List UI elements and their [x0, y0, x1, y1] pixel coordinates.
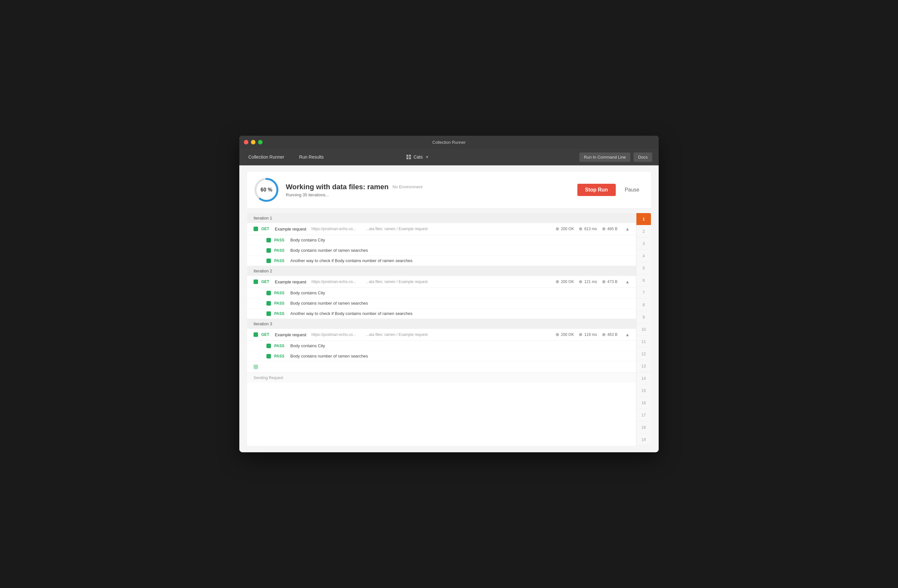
run-title-text: Working with data files: ramen: [286, 183, 389, 191]
sidebar-num-3[interactable]: 3: [637, 238, 651, 250]
req-stats: 200 OK 613 ms 465 B ▲: [556, 226, 630, 232]
sidebar-num-6[interactable]: 6: [637, 274, 651, 287]
run-info: Working with data files: ramen No Enviro…: [286, 183, 577, 197]
tab-run-results[interactable]: Run Results: [297, 152, 326, 161]
time-text: 121 ms: [584, 279, 597, 284]
req-path: ...ata files: ramen / Example request: [366, 332, 428, 337]
fullscreen-button[interactable]: [258, 140, 263, 144]
run-title: Working with data files: ramen No Enviro…: [286, 183, 577, 191]
nav-center: Cats ▼: [406, 154, 429, 160]
iteration-header-1: Iteration 1: [247, 213, 636, 223]
sidebar-num-19[interactable]: 19: [637, 434, 651, 446]
test-indicator: [266, 312, 271, 316]
size-dot: [602, 280, 606, 283]
app-window: Collection Runner Collection Runner Run …: [239, 136, 659, 452]
sidebar-num-14[interactable]: 14: [637, 372, 651, 385]
title-bar: Collection Runner: [239, 136, 659, 149]
req-name: Example request: [275, 227, 306, 232]
req-name: Example request: [275, 279, 306, 284]
request-row: GET Example request https://postman-echo…: [247, 276, 636, 288]
docs-button[interactable]: Docs: [634, 152, 652, 162]
collapse-icon[interactable]: ▲: [625, 279, 630, 284]
size-dot: [602, 333, 606, 336]
progress-text: 60 %: [261, 187, 272, 193]
nav-right: Run In Command Line Docs: [579, 152, 652, 162]
test-indicator: [266, 258, 271, 263]
sidebar-num-7[interactable]: 7: [637, 287, 651, 299]
stat-size: 465 B: [602, 227, 617, 231]
test-indicator: [266, 344, 271, 348]
run-subtitle: Running 35 iterations...: [286, 192, 577, 197]
stat-size: 473 B: [602, 279, 617, 284]
sidebar-num-13[interactable]: 13: [637, 360, 651, 372]
request-row-partial: [247, 361, 636, 373]
status-text: 200 OK: [561, 332, 574, 337]
stat-size: 463 B: [602, 332, 617, 337]
sidebar-numbers: 12345678910111213141516171819: [636, 213, 651, 446]
close-button[interactable]: [244, 140, 248, 144]
sidebar-num-12[interactable]: 12: [637, 348, 651, 360]
test-name: Body contains number of ramen searches: [290, 354, 368, 358]
req-status-indicator: [254, 365, 258, 369]
test-status: PASS: [274, 344, 287, 348]
sidebar-num-15[interactable]: 15: [637, 385, 651, 397]
status-dot: [556, 227, 559, 230]
time-text: 613 ms: [584, 227, 597, 231]
status-dot: [556, 333, 559, 336]
results-list[interactable]: Iteration 1 GET Example request https://…: [247, 213, 636, 407]
test-name: Body contains City: [290, 290, 325, 295]
size-dot: [602, 227, 606, 230]
nav-bar: Collection Runner Run Results Cats ▼ Run…: [239, 149, 659, 165]
tab-collection-runner[interactable]: Collection Runner: [246, 152, 287, 161]
collection-name-label: Cats: [414, 154, 423, 160]
progress-ring: 60 %: [254, 177, 279, 203]
test-row: PASS Another way to check if Body contai…: [247, 309, 636, 319]
sidebar-num-8[interactable]: 8: [637, 299, 651, 311]
collapse-icon[interactable]: ▲: [625, 226, 630, 232]
window-title: Collection Runner: [432, 140, 466, 145]
sidebar-num-9[interactable]: 9: [637, 311, 651, 323]
test-indicator: [266, 301, 271, 306]
sidebar-num-4[interactable]: 4: [637, 250, 651, 262]
size-text: 463 B: [607, 332, 617, 337]
stop-run-button[interactable]: Stop Run: [577, 184, 616, 196]
req-method: GET: [261, 332, 272, 337]
run-actions: Stop Run Pause: [577, 184, 644, 196]
collapse-icon[interactable]: ▲: [625, 332, 630, 337]
test-status: PASS: [274, 258, 287, 263]
iteration-header-3: Iteration 3: [247, 319, 636, 329]
stat-status: 200 OK: [556, 279, 574, 284]
req-url: https://postman-echo.co...: [312, 227, 356, 231]
time-dot: [579, 280, 582, 283]
status-bar: Sending Request: [247, 373, 636, 383]
sidebar-num-2[interactable]: 2: [637, 225, 651, 238]
sidebar-num-1[interactable]: 1: [637, 213, 651, 225]
status-text: 200 OK: [561, 279, 574, 284]
req-status-indicator: [254, 227, 258, 231]
test-row: PASS Body contains City: [247, 288, 636, 298]
sidebar-num-5[interactable]: 5: [637, 262, 651, 274]
stat-time: 121 ms: [579, 279, 597, 284]
status-text: Sending Request: [254, 376, 283, 380]
sidebar-num-17[interactable]: 17: [637, 409, 651, 421]
stat-status: 200 OK: [556, 332, 574, 337]
test-indicator: [266, 354, 271, 358]
run-in-cmd-button[interactable]: Run In Command Line: [579, 152, 630, 162]
sidebar-num-16[interactable]: 16: [637, 397, 651, 409]
req-stats: 200 OK 121 ms 473 B ▲: [556, 279, 630, 284]
pause-button[interactable]: Pause: [620, 184, 644, 196]
req-path: ...ata files: ramen / Example request: [366, 279, 428, 284]
dropdown-icon[interactable]: ▼: [426, 155, 429, 159]
req-url: https://postman-echo.co...: [312, 332, 356, 337]
test-status: PASS: [274, 248, 287, 253]
sidebar-num-18[interactable]: 18: [637, 421, 651, 434]
stat-time: 119 ms: [579, 332, 597, 337]
sidebar-num-11[interactable]: 11: [637, 336, 651, 348]
minimize-button[interactable]: [251, 140, 255, 144]
test-row: PASS Body contains City: [247, 341, 636, 351]
main-content: 60 % Working with data files: ramen No E…: [239, 165, 659, 452]
test-name: Another way to check if Body contains nu…: [290, 311, 412, 316]
req-status-indicator: [254, 332, 258, 337]
stat-time: 613 ms: [579, 227, 597, 231]
sidebar-num-10[interactable]: 10: [637, 323, 651, 336]
